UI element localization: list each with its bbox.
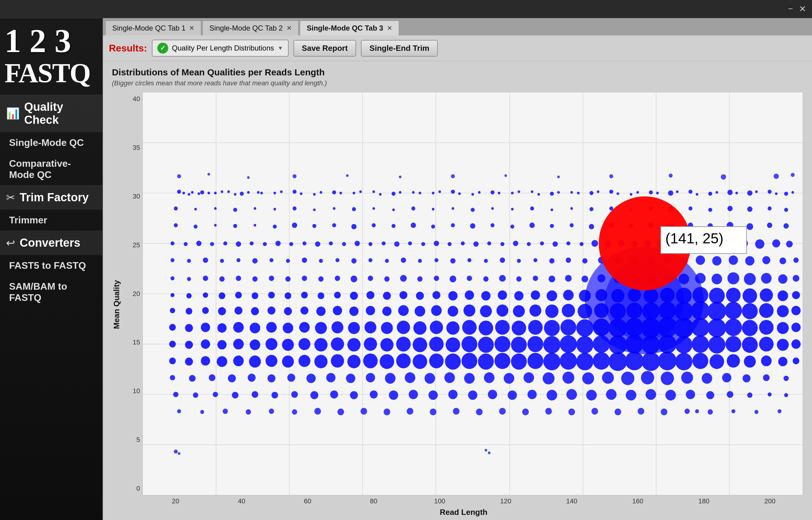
svg-point-555	[708, 409, 713, 415]
trim-factory-label: Trim Factory	[20, 191, 89, 204]
minimize-button[interactable]: −	[788, 4, 793, 14]
svg-point-509	[350, 391, 358, 399]
sidebar-item-comparative-mode-qc[interactable]: Comparative-Mode QC	[0, 153, 102, 185]
svg-point-467	[793, 358, 799, 364]
svg-point-248	[400, 275, 407, 282]
svg-point-66	[438, 190, 441, 193]
sidebar: 1 2 3 FASTQ 📊 Quality Check Single-Mode …	[0, 18, 103, 520]
svg-point-155	[250, 241, 253, 245]
svg-point-325	[382, 307, 392, 316]
svg-point-81	[735, 191, 738, 194]
svg-point-61	[340, 191, 342, 194]
svg-point-127	[372, 224, 376, 227]
svg-point-297	[563, 290, 574, 300]
svg-point-47	[747, 190, 752, 196]
window-controls[interactable]: − ✕	[788, 4, 806, 14]
svg-point-526	[686, 390, 695, 399]
trim-factory-section: ✂ Trim Factory Trimmer	[0, 185, 102, 231]
tab-2[interactable]: Single-Mode QC Tab 2 ✕	[202, 21, 298, 35]
svg-point-172	[473, 241, 479, 247]
svg-point-446	[445, 354, 461, 369]
svg-point-551	[615, 409, 621, 415]
sidebar-item-fast5-to-fastq[interactable]: FAST5 to FASTQ	[0, 255, 102, 276]
svg-point-36	[531, 190, 533, 193]
svg-point-97	[411, 206, 415, 210]
converters-header: ↩ Converters	[0, 231, 102, 255]
svg-point-252	[467, 276, 472, 281]
svg-point-554	[685, 409, 690, 414]
svg-point-314	[202, 307, 209, 314]
x-tick-140: 140	[539, 497, 605, 505]
svg-point-201	[270, 258, 273, 262]
svg-point-557	[755, 410, 758, 414]
tab-3-close[interactable]: ✕	[387, 25, 392, 32]
svg-point-28	[372, 190, 375, 193]
svg-point-268	[727, 272, 739, 285]
svg-point-440	[347, 355, 361, 368]
svg-point-273	[171, 293, 174, 297]
svg-point-546	[499, 408, 506, 415]
svg-point-309	[760, 288, 773, 302]
chart-inner: 40 35 30 25 20 15 10 5 0	[124, 92, 803, 517]
tab-3[interactable]: Single-Mode QC Tab 3 ✕	[300, 21, 399, 35]
tab-1[interactable]: Single-Mode QC Tab 1 ✕	[105, 21, 201, 35]
single-end-trim-button[interactable]: Single-End Trim	[361, 40, 438, 57]
svg-point-138	[589, 224, 594, 229]
svg-point-133	[490, 224, 494, 227]
sidebar-item-single-mode-qc[interactable]: Single-Mode QC	[0, 132, 102, 153]
svg-point-571	[669, 174, 673, 177]
svg-point-161	[329, 241, 333, 245]
svg-point-320	[300, 307, 308, 315]
svg-point-238	[236, 276, 241, 281]
svg-point-196	[187, 259, 191, 263]
svg-point-427	[777, 339, 789, 351]
svg-point-124	[313, 224, 317, 228]
svg-point-149	[171, 241, 174, 245]
save-report-button[interactable]: Save Report	[294, 40, 356, 57]
svg-point-99	[452, 207, 454, 210]
svg-point-385	[725, 319, 742, 336]
tab-1-close[interactable]: ✕	[189, 25, 194, 32]
svg-point-281	[301, 292, 308, 298]
chart-title: Distributions of Mean Qualities per Read…	[112, 67, 803, 77]
sidebar-item-sam-bam-to-fastq[interactable]: SAM/BAM to FASTQ	[0, 276, 102, 308]
svg-point-89	[253, 207, 256, 210]
svg-point-209	[401, 258, 406, 263]
svg-point-160	[315, 241, 320, 247]
chart-subtitle: (Bigger circles mean that more reads hav…	[112, 79, 803, 87]
close-button[interactable]: ✕	[799, 4, 806, 14]
svg-point-462	[709, 354, 724, 369]
svg-point-78	[676, 190, 679, 193]
svg-point-231	[762, 256, 770, 264]
svg-point-507	[310, 391, 318, 399]
svg-point-535	[246, 409, 251, 415]
svg-point-481	[425, 373, 435, 384]
svg-point-137	[570, 224, 574, 227]
svg-point-292	[481, 291, 491, 301]
tab-2-close[interactable]: ✕	[287, 25, 292, 32]
svg-point-335	[545, 305, 559, 318]
svg-point-327	[415, 306, 425, 316]
svg-point-564	[293, 174, 296, 178]
svg-point-491	[621, 372, 634, 385]
svg-point-241	[285, 276, 291, 282]
svg-point-404	[396, 337, 411, 352]
svg-point-405	[413, 337, 427, 352]
svg-point-67	[458, 192, 461, 195]
svg-point-315	[218, 307, 226, 315]
svg-point-565	[346, 174, 349, 177]
svg-point-229	[729, 256, 738, 265]
svg-point-163	[355, 241, 360, 246]
svg-point-525	[665, 390, 676, 400]
converters-label: Converters	[20, 236, 80, 250]
svg-point-531	[784, 393, 788, 397]
svg-point-95	[372, 207, 375, 210]
svg-point-434	[249, 356, 261, 368]
svg-point-103	[530, 206, 534, 210]
sidebar-item-trimmer[interactable]: Trimmer	[0, 210, 102, 231]
svg-point-316	[235, 307, 242, 315]
svg-point-105	[570, 207, 573, 210]
results-dropdown[interactable]: ✓ Quality Per Length Distributions ▼	[152, 40, 288, 57]
svg-point-58	[280, 190, 283, 193]
svg-point-552	[638, 408, 644, 415]
